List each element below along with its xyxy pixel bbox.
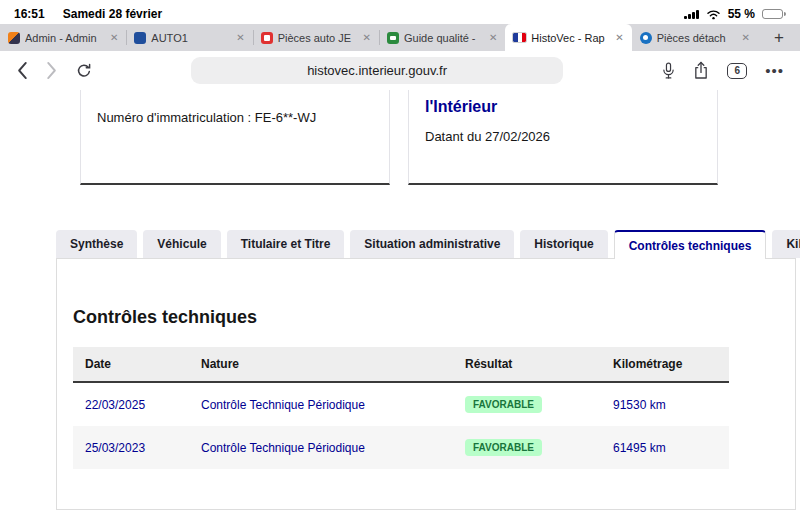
controles-techniques-panel: Contrôles techniques Date Nature Résulta… — [56, 258, 796, 510]
guide-qualite-favicon-icon — [387, 32, 399, 44]
cellular-signal-icon — [684, 9, 699, 19]
col-header-nature: Nature — [189, 347, 453, 382]
ministry-title: l'Intérieur — [425, 98, 701, 116]
browser-toolbar: histovec.interieur.gouv.fr 6 ••• — [0, 51, 800, 90]
new-tab-button[interactable]: + — [758, 24, 800, 51]
cell-date: 25/03/2023 — [73, 426, 189, 469]
browser-tab-auto1[interactable]: AUTO1 ✕ — [126, 24, 252, 51]
close-tab-icon[interactable]: ✕ — [236, 32, 244, 43]
table-header-row: Date Nature Résultat Kilométrage — [73, 347, 729, 382]
browser-tab-admin[interactable]: Admin - Admin ✕ — [0, 24, 126, 51]
status-badge: FAVORABLE — [465, 439, 542, 456]
ministry-date: Datant du 27/02/2026 — [425, 129, 701, 144]
tab-situation-administrative[interactable]: Situation administrative — [350, 230, 514, 258]
microphone-icon[interactable] — [662, 62, 675, 80]
address-bar[interactable]: histovec.interieur.gouv.fr — [191, 57, 563, 84]
clock: 16:51 — [14, 7, 45, 21]
histovec-page: Numéro d'immatriculation : FE-6**-WJ l'I… — [0, 90, 800, 525]
close-tab-icon[interactable]: ✕ — [615, 32, 623, 43]
forward-icon[interactable] — [46, 61, 58, 80]
browser-tab-title: Pièces auto JE — [278, 32, 358, 44]
col-header-resultat: Résultat — [453, 347, 601, 382]
col-header-kilometrage: Kilométrage — [601, 347, 729, 382]
cell-km: 91530 km — [601, 382, 729, 426]
status-badge: FAVORABLE — [465, 396, 542, 413]
back-icon[interactable] — [16, 61, 28, 80]
immatriculation-card: Numéro d'immatriculation : FE-6**-WJ — [80, 90, 390, 185]
tab-kilometrage[interactable]: Kilométrage — [772, 230, 800, 258]
report-tabs: Synthèse Véhicule Titulaire et Titre Sit… — [56, 230, 800, 259]
browser-tab-guide-qualite[interactable]: Guide qualité - ✕ — [379, 24, 505, 51]
tab-vehicule[interactable]: Véhicule — [143, 230, 220, 258]
more-menu-icon[interactable]: ••• — [765, 62, 784, 79]
browser-tab-title: Admin - Admin — [25, 32, 105, 44]
browser-tab-histovec-active[interactable]: HistoVec - Rap ✕ — [505, 24, 631, 51]
col-header-date: Date — [73, 347, 189, 382]
close-tab-icon[interactable]: ✕ — [489, 32, 497, 43]
close-tab-icon[interactable]: ✕ — [110, 32, 118, 43]
cell-date: 22/03/2025 — [73, 382, 189, 426]
cell-nature: Contrôle Technique Périodique — [189, 426, 453, 469]
wifi-icon — [706, 9, 721, 20]
cell-km: 61495 km — [601, 426, 729, 469]
tab-titulaire-et-titre[interactable]: Titulaire et Titre — [227, 230, 345, 258]
browser-tab-title: Pièces détach — [657, 32, 737, 44]
status-bar: 16:51 Samedi 28 février 55 % — [0, 0, 800, 24]
reload-icon[interactable] — [76, 63, 92, 79]
battery-percent: 55 % — [728, 7, 755, 21]
tab-controles-techniques[interactable]: Contrôles techniques — [614, 230, 767, 259]
table-row: 22/03/2025 Contrôle Technique Périodique… — [73, 382, 729, 426]
panel-heading: Contrôles techniques — [73, 307, 257, 328]
close-tab-icon[interactable]: ✕ — [742, 32, 750, 43]
browser-tab-title: HistoVec - Rap — [531, 32, 610, 44]
share-icon[interactable] — [693, 61, 709, 80]
browser-tab-pieces-detachees[interactable]: Pièces détach ✕ — [632, 24, 758, 51]
pieces-auto-favicon-icon — [261, 32, 273, 44]
controles-techniques-table: Date Nature Résultat Kilométrage 22/03/2… — [73, 347, 729, 469]
admin-favicon-icon — [8, 32, 20, 44]
auto1-favicon-icon — [134, 32, 146, 44]
close-tab-icon[interactable]: ✕ — [363, 32, 371, 43]
summary-cards: Numéro d'immatriculation : FE-6**-WJ l'I… — [80, 90, 718, 185]
table-row: 25/03/2023 Contrôle Technique Périodique… — [73, 426, 729, 469]
browser-tab-pieces-auto[interactable]: Pièces auto JE ✕ — [253, 24, 379, 51]
browser-tab-title: AUTO1 — [151, 32, 231, 44]
battery-icon — [762, 9, 786, 19]
cell-nature: Contrôle Technique Périodique — [189, 382, 453, 426]
browser-tab-strip: Admin - Admin ✕ AUTO1 ✕ Pièces auto JE ✕… — [0, 24, 800, 51]
tab-count-button[interactable]: 6 — [727, 63, 747, 79]
pieces-detachees-favicon-icon — [640, 32, 652, 44]
ministry-card: l'Intérieur Datant du 27/02/2026 — [408, 90, 718, 185]
browser-tab-title: Guide qualité - — [404, 32, 484, 44]
tab-synthese[interactable]: Synthèse — [56, 230, 137, 258]
status-date: Samedi 28 février — [63, 7, 162, 21]
tab-historique[interactable]: Historique — [520, 230, 607, 258]
french-flag-favicon-icon — [513, 33, 526, 42]
immatriculation-text: Numéro d'immatriculation : FE-6**-WJ — [97, 98, 373, 125]
